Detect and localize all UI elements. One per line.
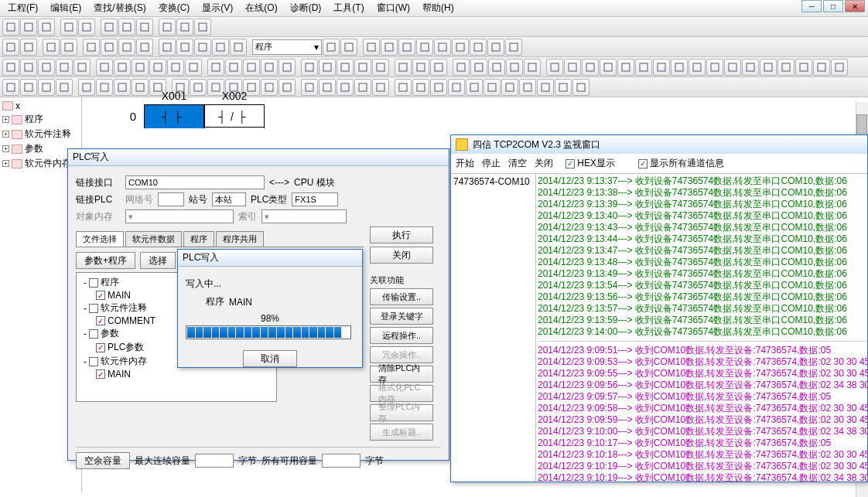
- assoc-button[interactable]: 清除PLC内存: [370, 366, 433, 383]
- toolbar-button[interactable]: [706, 59, 723, 76]
- toolbar-button[interactable]: [136, 39, 153, 56]
- toolbar-button[interactable]: [689, 59, 706, 76]
- log-view[interactable]: 2014/12/23 9:13:37---> 收到设备74736574数据,转发…: [536, 174, 867, 482]
- toolbar-button[interactable]: [207, 59, 224, 76]
- menu-item[interactable]: 编辑(E): [46, 0, 86, 16]
- network-input[interactable]: [158, 192, 184, 206]
- checkbox[interactable]: ✓: [96, 316, 105, 325]
- toolbar-button[interactable]: [398, 39, 415, 56]
- toolbar-button[interactable]: [416, 39, 433, 56]
- toolbar-button[interactable]: [212, 39, 229, 56]
- checkbox[interactable]: [89, 357, 98, 366]
- menu-item[interactable]: 在线(O): [241, 0, 282, 16]
- toolbar-button[interactable]: [230, 39, 247, 56]
- toolbar-button[interactable]: [337, 79, 354, 96]
- toolbar-button[interactable]: [466, 79, 483, 96]
- minimize-button[interactable]: ─: [801, 0, 822, 12]
- toolbar-button[interactable]: [546, 59, 563, 76]
- toolbar-button[interactable]: [430, 59, 447, 76]
- toolbar-button[interactable]: [795, 59, 812, 76]
- tab-file-select[interactable]: 文件选择: [76, 231, 124, 247]
- toolbar-button[interactable]: [159, 39, 176, 56]
- tab-program-common[interactable]: 程序共用: [216, 231, 264, 247]
- toolbar-button[interactable]: [470, 39, 487, 56]
- contact-2[interactable]: X002 ┤/├: [204, 105, 265, 128]
- toolbar-button[interactable]: [372, 79, 389, 96]
- toolbar-button[interactable]: [524, 59, 541, 76]
- toolbar-button[interactable]: [617, 59, 634, 76]
- toolbar-button[interactable]: [301, 59, 318, 76]
- tcp-close[interactable]: 关闭: [535, 157, 553, 170]
- maximize-button[interactable]: □: [823, 0, 843, 12]
- menu-item[interactable]: 显示(V): [197, 0, 238, 16]
- toolbar-button[interactable]: [2, 59, 19, 76]
- assoc-button[interactable]: 格式化PLC内存: [370, 385, 433, 402]
- tcp-stop[interactable]: 停止: [482, 157, 501, 170]
- tree-root[interactable]: x: [2, 100, 79, 112]
- expand-icon[interactable]: -: [84, 356, 87, 367]
- toolbar-button[interactable]: [488, 59, 505, 76]
- toolbar-button[interactable]: [381, 39, 398, 56]
- toolbar-button[interactable]: [101, 19, 118, 36]
- toolbar-button[interactable]: [412, 79, 429, 96]
- toolbar-button[interactable]: [279, 59, 296, 76]
- toolbar-button[interactable]: [319, 59, 336, 76]
- toolbar-button[interactable]: [136, 19, 153, 36]
- menu-item[interactable]: 诊断(D): [285, 0, 326, 16]
- assoc-button[interactable]: 生成标题..: [370, 424, 433, 441]
- toolbar-button[interactable]: [555, 79, 572, 96]
- toolbar-button[interactable]: [724, 59, 741, 76]
- checkbox[interactable]: [89, 278, 98, 288]
- toolbar-button[interactable]: [487, 39, 504, 56]
- assoc-button[interactable]: 整理PLC内存: [370, 404, 433, 421]
- toolbar-button[interactable]: [564, 59, 581, 76]
- toolbar-button[interactable]: [831, 59, 848, 76]
- toolbar-button[interactable]: [600, 59, 617, 76]
- toolbar-button[interactable]: [190, 79, 207, 96]
- expand-icon[interactable]: +: [2, 131, 9, 138]
- expand-icon[interactable]: +: [2, 145, 9, 152]
- toolbar-button[interactable]: [2, 19, 19, 36]
- toolbar-button[interactable]: [340, 39, 357, 56]
- contact-1[interactable]: X001 ┤├: [144, 105, 204, 128]
- toolbar-button[interactable]: [78, 19, 95, 36]
- toolbar-button[interactable]: [56, 79, 73, 96]
- checkbox[interactable]: ✓: [96, 343, 105, 352]
- assoc-button[interactable]: 传输设置..: [370, 288, 433, 305]
- toolbar-button[interactable]: [453, 59, 470, 76]
- assoc-button[interactable]: 冗余操作..: [370, 346, 433, 363]
- toolbar-button[interactable]: [572, 79, 589, 96]
- index-combo[interactable]: ▾: [261, 209, 347, 223]
- toolbar-button[interactable]: [671, 59, 688, 76]
- object-combo[interactable]: ▾: [125, 209, 234, 223]
- expand-icon[interactable]: -: [84, 303, 87, 314]
- toolbar-button[interactable]: [537, 79, 554, 96]
- toolbar-button[interactable]: [38, 19, 55, 36]
- toolbar-button[interactable]: [20, 19, 37, 36]
- toolbar-button[interactable]: [653, 59, 670, 76]
- toolbar-button[interactable]: [114, 59, 131, 76]
- toolbar-button[interactable]: [96, 59, 113, 76]
- toolbar-button[interactable]: [505, 39, 522, 56]
- toolbar-button[interactable]: [301, 79, 318, 96]
- toolbar-button[interactable]: [114, 79, 131, 96]
- toolbar-button[interactable]: [434, 39, 451, 56]
- toolbar-button[interactable]: [2, 39, 19, 56]
- toolbar-button[interactable]: [354, 79, 371, 96]
- close-button[interactable]: ✕: [845, 0, 865, 12]
- expand-icon[interactable]: +: [2, 160, 9, 167]
- menu-item[interactable]: 变换(C): [154, 0, 195, 16]
- assoc-button[interactable]: 远程操作..: [370, 327, 433, 344]
- toolbar-button[interactable]: [194, 39, 211, 56]
- toolbar-button[interactable]: [323, 39, 340, 56]
- toolbar-button[interactable]: [20, 59, 37, 76]
- toolbar-button[interactable]: [60, 19, 77, 36]
- tcp-clear[interactable]: 清空: [508, 157, 527, 170]
- checkbox[interactable]: ✓: [96, 291, 105, 300]
- toolbar-button[interactable]: [78, 79, 95, 96]
- toolbar-button[interactable]: [20, 39, 37, 56]
- toolbar-button[interactable]: [363, 39, 380, 56]
- toolbar-button[interactable]: [519, 79, 536, 96]
- toolbar-button[interactable]: [484, 79, 501, 96]
- toolbar-button[interactable]: [38, 79, 55, 96]
